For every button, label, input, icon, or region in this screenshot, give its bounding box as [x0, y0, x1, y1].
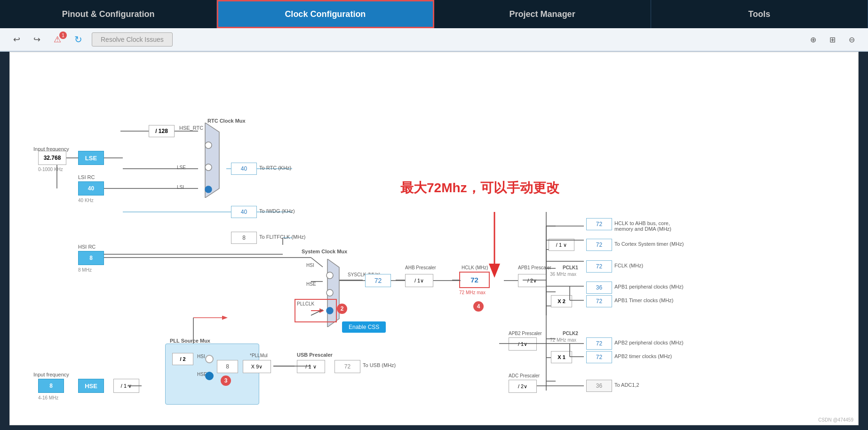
val-72-fclk: 72 — [586, 260, 612, 273]
svg-point-36 — [326, 289, 333, 296]
undo-button[interactable]: ↩ — [9, 32, 24, 47]
hse-value-block[interactable]: 8 — [38, 379, 64, 393]
svg-point-35 — [326, 272, 333, 279]
hse-sys-label: HSE — [306, 281, 316, 287]
div128-block[interactable]: / 128 — [149, 125, 175, 137]
rtc-mux-shape — [198, 123, 226, 198]
hse-subtext: 4-16 MHz — [38, 395, 58, 400]
div2-pll-block: / 2 — [172, 353, 193, 365]
nav-project[interactable]: Project Manager — [434, 0, 651, 28]
x1-timer2-block: X 1 — [551, 351, 572, 363]
ahb-div1-dropdown[interactable]: / 1 ∨ — [405, 274, 433, 287]
lse-mux-label: LSE — [177, 165, 186, 170]
zoom-out-button[interactable]: ⊖ — [845, 33, 859, 46]
val-72-apb1-timer: 72 — [586, 295, 612, 307]
val-40-iwdg: 40 — [231, 206, 257, 218]
notification-badge: 1 — [59, 31, 67, 39]
val-40-rtc: 40 — [231, 163, 257, 175]
svg-marker-39 — [319, 308, 324, 313]
zoom-in-button[interactable]: ⊕ — [806, 33, 820, 46]
apb1-prescaler-label: APB1 Prescaler — [518, 265, 551, 270]
watermark: CSDN @474459 — [818, 417, 853, 422]
lse-source-block[interactable]: LSE — [78, 151, 104, 165]
hclk-max-label: 72 MHz max — [459, 290, 486, 295]
hsi-rc-label: HSI RC — [78, 244, 96, 250]
fclk-label: FCLK (MHz) — [614, 263, 643, 268]
diagram-lines — [10, 52, 858, 425]
hse-block[interactable]: HSE — [78, 379, 104, 393]
redo-button[interactable]: ↪ — [30, 32, 44, 47]
val-8-flit: 8 — [231, 232, 257, 244]
to-adc-label: To ADC1,2 — [614, 382, 639, 388]
refresh-button[interactable]: ↻ — [71, 32, 86, 47]
nav-pinout[interactable]: Pinout & Configuration — [0, 0, 217, 28]
svg-point-32 — [205, 164, 212, 171]
annotation-cn-text: 最大72Mhz，可以手动更改 — [400, 179, 559, 197]
cortex-div1-dropdown[interactable]: / 1 ∨ — [549, 239, 574, 251]
notification-button[interactable]: ⚠ 1 — [50, 32, 65, 47]
apb1-periph-label: APB1 peripheral clocks (MHz) — [614, 284, 684, 289]
val-36-apb1: 36 — [586, 281, 612, 294]
apb2-prescaler-label: APB2 Prescaler — [509, 331, 542, 336]
badge-2: 2 — [337, 304, 347, 314]
apb2-timer-label: APB2 timer clocks (MHz) — [614, 353, 672, 359]
nav-clock[interactable]: Clock Configuration — [217, 0, 434, 28]
pclk2-label: PCLK2 — [563, 331, 578, 336]
usb-div1-dropdown[interactable]: / 1 ∨ — [297, 360, 325, 373]
pll-src-mux-title: PLL Source Mux — [170, 338, 210, 344]
ahb-prescaler-label: AHB Prescaler — [405, 265, 436, 270]
right-side-lines — [10, 52, 858, 425]
annotation-arrow — [485, 212, 504, 278]
nav-tools[interactable]: Tools — [651, 0, 868, 28]
val-36-adc: 36 — [586, 380, 612, 392]
hsi-rc-block[interactable]: 8 — [78, 251, 104, 265]
usb-prescaler-label: USB Prescaler — [297, 352, 333, 358]
sysclk-value[interactable]: 72 — [365, 274, 391, 287]
x9-dropdown[interactable]: X 9 ∨ — [243, 360, 271, 373]
badge-3: 3 — [221, 375, 231, 386]
hse-div1-dropdown[interactable]: / 1 ∨ — [113, 379, 139, 393]
input-freq-label-2: Input frequency — [33, 372, 69, 377]
fit-button[interactable]: ⊞ — [826, 33, 839, 46]
resolve-clock-button[interactable]: Resolve Clock Issues — [92, 32, 173, 47]
toolbar: ↩ ↪ ⚠ 1 ↻ Resolve Clock Issues ⊕ ⊞ ⊖ — [0, 28, 868, 52]
cortex-label: To Cortex System timer (MHz) — [614, 241, 684, 247]
clock-diagram-area: RTC Clock Mux Input frequency 32.768 0-1… — [9, 52, 859, 425]
lse-freq-range: 0-1000 KHz — [38, 167, 63, 172]
x2-timer-block: X 2 — [551, 295, 572, 307]
val-72-apb2-timer: 72 — [586, 351, 612, 363]
adc-div2-dropdown[interactable]: / 2 ∨ — [509, 380, 537, 393]
lsi-rc-subtext: 40 KHz — [78, 198, 94, 203]
val-72-cortex: 72 — [586, 239, 612, 251]
to-rtc-label: To RTC (KHz) — [259, 165, 291, 171]
pclk1-label: PCLK1 — [563, 265, 578, 270]
apb2-max-label: 72 MHz max — [550, 337, 576, 343]
val-72-ahb: 72 — [586, 218, 612, 230]
to-usb-label: To USB (MHz) — [363, 362, 396, 368]
hclk-ahb-label: HCLK to AHB bus, core, memory and DMA (M… — [614, 220, 671, 232]
apb2-periph-label: APB2 peripheral clocks (MHz) — [614, 340, 684, 345]
pll-hse-selector[interactable] — [205, 372, 214, 380]
to-flit-label: To FLITFCLK (MHz) — [259, 234, 305, 240]
enable-css-button[interactable]: Enable CSS — [342, 321, 386, 333]
apb1-div2-dropdown[interactable]: / 2 ∨ — [518, 274, 546, 287]
pll-hsi-selector[interactable] — [205, 355, 214, 363]
apb2-div1-dropdown[interactable]: / 1 ∨ — [509, 337, 537, 351]
hclk-mhz-label: HCLK (MHz) — [462, 265, 488, 270]
pllclk-arrow — [311, 306, 325, 315]
val-72-apb2-periph: 72 — [586, 337, 612, 350]
val-72-usb: 72 — [334, 360, 360, 373]
lsi-mux-label: LSI — [177, 185, 184, 190]
hsi-rc-subtext: 8 MHz — [78, 267, 92, 273]
svg-marker-41 — [489, 264, 500, 278]
svg-point-33 — [205, 186, 212, 193]
lsi-rc-block[interactable]: 40 — [78, 181, 104, 195]
sys-clk-mux-shape — [320, 259, 346, 327]
hsi-sys-label: HSI — [306, 263, 314, 268]
badge-4: 4 — [473, 301, 484, 312]
adc-prescaler-label: ADC Prescaler — [509, 373, 540, 378]
lsi-rc-label: LSI RC — [78, 174, 95, 180]
lse-block[interactable]: 32.768 — [38, 151, 66, 165]
hsi-pll-label: HSI — [197, 354, 205, 359]
pllmul-label: *PLLMul — [250, 353, 268, 358]
